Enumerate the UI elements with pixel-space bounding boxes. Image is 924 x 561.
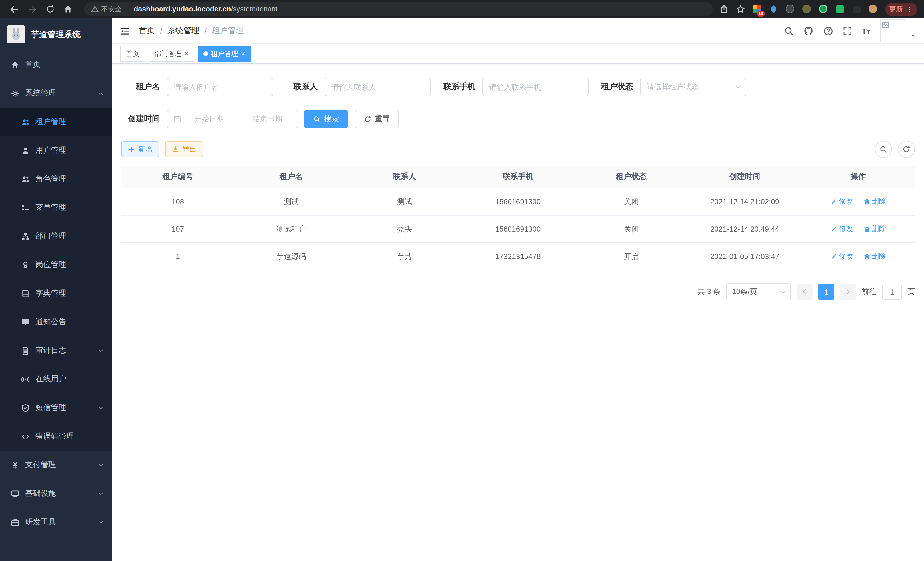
sidebar-item-system[interactable]: 系统管理 [0,79,112,108]
sidebar-item-online[interactable]: 在线用户 [0,365,112,393]
url-text: dashboard.yudao.iocoder.cn/system/tenant [134,5,278,13]
chevron-down-icon [780,289,786,295]
pagination: 共 3 条 10条/页 1 前往 页 [121,283,915,300]
help-icon[interactable] [823,26,833,36]
delete-link[interactable]: 删除 [863,216,886,242]
org-tree-icon [21,232,30,241]
close-icon[interactable]: × [184,50,189,57]
reset-button[interactable]: 重置 [355,110,399,128]
total-count: 共 3 条 [698,287,721,297]
sidebar-item-errorcode[interactable]: 错误码管理 [0,422,112,451]
tab-tenant[interactable]: 租户管理 × [198,46,251,62]
forward-icon[interactable] [27,4,37,14]
user-avatar[interactable] [880,20,905,42]
column-header: 操作 [801,166,915,188]
sidebar-item-menu[interactable]: 菜单管理 [0,193,112,222]
address-bar[interactable]: 不安全 dashboard.yudao.iocoder.cn/system/te… [84,2,712,16]
download-icon [172,146,179,153]
edit-link[interactable]: 修改 [830,188,853,215]
sidebar-item-user[interactable]: 用户管理 [0,136,112,165]
search-icon[interactable] [784,26,794,36]
bookmark-star-icon[interactable] [736,5,745,14]
status-text: 关闭 [574,188,688,215]
export-button[interactable]: 导出 [165,141,203,157]
next-page-button[interactable] [840,284,856,300]
edit-link[interactable]: 修改 [830,243,853,270]
delete-link[interactable]: 删除 [863,188,886,215]
code-icon [21,432,30,441]
caret-down-icon[interactable] [910,33,916,38]
tab-dept[interactable]: 部门管理 × [148,46,194,62]
sidebar-item-post[interactable]: 岗位管理 [0,250,112,279]
sidebar-item-auditlog[interactable]: 审计日志 [0,336,112,365]
page-number-button[interactable]: 1 [818,284,834,300]
show-search-button[interactable] [875,141,892,158]
monitor-icon [10,489,20,498]
goto-page-input[interactable] [882,284,902,300]
sidebar-item-tenant[interactable]: 租户管理 [0,108,112,136]
fold-icon[interactable] [120,26,130,36]
sidebar-item-dept[interactable]: 部门管理 [0,222,112,250]
page-size-select[interactable]: 10条/页 [726,283,791,300]
extension-green-circle-icon[interactable] [819,5,828,14]
sidebar-item-role[interactable]: 角色管理 [0,165,112,193]
contact-input[interactable] [325,78,431,96]
extension-dark-icon[interactable] [786,5,795,14]
breadcrumb-home[interactable]: 首页 [139,26,155,36]
refresh-table-button[interactable] [898,141,915,158]
status-text: 开启 [574,243,688,270]
delete-link[interactable]: 删除 [863,243,886,270]
extensions-puzzle-icon[interactable] [852,5,861,14]
prev-page-button[interactable] [796,284,813,300]
font-size-icon[interactable]: TT [861,26,870,36]
edit-link[interactable]: 修改 [830,216,853,242]
breadcrumb-system[interactable]: 系统管理 [167,26,200,36]
medal-icon [21,260,30,269]
column-header: 租户状态 [574,166,688,188]
omnibox-divider [129,6,129,13]
update-button[interactable]: 更新 [885,3,917,16]
extension-drop-icon[interactable] [769,5,778,14]
extension-olive-icon[interactable] [802,5,812,14]
extension-grid-icon[interactable]: 10 [753,5,762,14]
active-dot [203,51,208,56]
table-row: 1 芋道源码 芋艿 17321315478 开启 2021-01-05 17:0… [121,243,915,271]
sidebar-item-home[interactable]: 首页 [0,50,112,79]
breadcrumb-current: 租户管理 [212,26,244,36]
app-logo[interactable]: 芋道管理系统 [0,18,112,50]
add-button[interactable]: 新增 [121,141,159,157]
sidebar-item-pay[interactable]: 支付管理 [0,451,112,479]
status-select[interactable]: 请选择租户状态 [640,78,746,96]
sidebar: 芋道管理系统 首页 系统管理 租户管理 用户管理 [0,18,112,561]
profile-avatar[interactable] [868,5,878,14]
phone-input[interactable] [482,78,589,96]
sidebar-menu: 首页 系统管理 租户管理 用户管理 角色管理 [0,50,112,536]
column-header: 创建时间 [688,166,801,188]
tab-home[interactable]: 首页 [120,46,145,62]
search-icon [879,145,887,153]
extension-chat-icon[interactable] [836,5,844,14]
yen-icon [10,460,20,469]
delete-icon [863,253,870,260]
date-range-picker[interactable]: 开始日期 - 结束日期 [167,110,298,128]
sidebar-item-notice[interactable]: 通知公告 [0,308,112,336]
reload-icon[interactable] [46,5,55,14]
sidebar-item-dict[interactable]: 字典管理 [0,279,112,308]
security-label: 不安全 [101,4,122,14]
back-icon[interactable] [9,4,19,14]
app-title: 芋道管理系统 [31,29,81,40]
page-unit-label: 页 [908,287,915,297]
tenant-users-icon [21,117,30,126]
fullscreen-icon[interactable] [843,26,852,35]
sidebar-item-devtools[interactable]: 研发工具 [0,508,112,536]
table-row: 108 测试 测试 15601691300 关闭 2021-12-14 21:0… [121,188,915,216]
browser-home-icon[interactable] [63,5,73,14]
search-button[interactable]: 搜索 [304,110,348,128]
share-icon[interactable] [719,5,729,14]
sidebar-item-sms[interactable]: 短信管理 [0,393,112,422]
github-icon[interactable] [803,26,813,36]
sidebar-item-infra[interactable]: 基础设施 [0,479,112,508]
chevron-down-icon [98,405,104,411]
tenant-name-input[interactable] [167,78,273,96]
close-icon[interactable]: × [241,50,245,57]
